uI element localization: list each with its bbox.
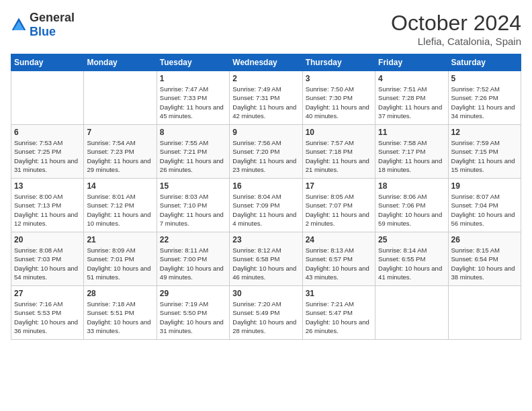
daylight-text: Daylight: 10 hours and 28 minutes.: [232, 318, 296, 334]
day-of-week-header: Tuesday: [157, 54, 229, 71]
day-info: Sunrise: 7:20 AM Sunset: 5:49 PM Dayligh…: [232, 300, 299, 335]
sunset-text: Sunset: 6:54 PM: [451, 255, 498, 263]
day-info: Sunrise: 7:51 AM Sunset: 7:28 PM Dayligh…: [378, 85, 445, 120]
day-number: 2: [232, 74, 299, 83]
sunrise-text: Sunrise: 7:56 AM: [232, 139, 281, 146]
day-info: Sunrise: 8:03 AM Sunset: 7:10 PM Dayligh…: [160, 192, 226, 228]
sunrise-text: Sunrise: 7:20 AM: [232, 300, 281, 308]
sunset-text: Sunset: 7:20 PM: [232, 148, 279, 155]
sunrise-text: Sunrise: 7:52 AM: [451, 85, 500, 93]
daylight-text: Daylight: 11 hours and 12 minutes.: [14, 211, 78, 227]
sunrise-text: Sunrise: 7:19 AM: [160, 300, 208, 308]
day-number: 25: [378, 235, 445, 244]
daylight-text: Daylight: 10 hours and 49 minutes.: [160, 265, 224, 281]
day-info: Sunrise: 8:07 AM Sunset: 7:04 PM Dayligh…: [451, 192, 518, 228]
sunrise-text: Sunrise: 7:50 AM: [306, 85, 354, 93]
daylight-text: Daylight: 10 hours and 46 minutes.: [232, 265, 296, 281]
logo: General Blue: [11, 11, 75, 39]
sunset-text: Sunset: 7:03 PM: [14, 255, 61, 263]
calendar-cell: 30 Sunrise: 7:20 AM Sunset: 5:49 PM Dayl…: [230, 286, 302, 340]
day-info: Sunrise: 7:18 AM Sunset: 5:51 PM Dayligh…: [87, 300, 153, 335]
day-number: 7: [87, 128, 153, 137]
day-number: 21: [87, 235, 153, 244]
daylight-text: Daylight: 10 hours and 59 minutes.: [378, 211, 442, 227]
calendar-table: SundayMondayTuesdayWednesdayThursdayFrid…: [11, 54, 521, 340]
day-info: Sunrise: 7:57 AM Sunset: 7:18 PM Dayligh…: [306, 138, 372, 174]
month-title: October 2024: [391, 11, 521, 36]
day-number: 1: [160, 74, 226, 83]
calendar-cell: 13 Sunrise: 8:00 AM Sunset: 7:13 PM Dayl…: [11, 179, 84, 232]
day-number: 31: [306, 289, 372, 298]
sunset-text: Sunset: 7:10 PM: [160, 201, 207, 209]
daylight-text: Daylight: 11 hours and 23 minutes.: [232, 157, 296, 173]
calendar-cell: 23 Sunrise: 8:12 AM Sunset: 6:58 PM Dayl…: [230, 232, 302, 286]
day-number: 5: [451, 74, 518, 83]
calendar-cell: 29 Sunrise: 7:19 AM Sunset: 5:50 PM Dayl…: [157, 286, 229, 340]
sunrise-text: Sunrise: 7:53 AM: [14, 139, 62, 146]
sunset-text: Sunset: 5:47 PM: [306, 309, 353, 316]
sunrise-text: Sunrise: 7:49 AM: [232, 85, 281, 93]
day-info: Sunrise: 7:53 AM Sunset: 7:25 PM Dayligh…: [14, 138, 81, 174]
daylight-text: Daylight: 11 hours and 26 minutes.: [160, 157, 224, 173]
day-info: Sunrise: 7:59 AM Sunset: 7:15 PM Dayligh…: [451, 138, 518, 174]
calendar-cell: 8 Sunrise: 7:55 AM Sunset: 7:21 PM Dayli…: [157, 125, 229, 179]
day-of-week-header: Sunday: [11, 54, 84, 71]
sunrise-text: Sunrise: 8:08 AM: [14, 246, 62, 254]
sunrise-text: Sunrise: 7:58 AM: [378, 139, 427, 146]
calendar-cell: 27 Sunrise: 7:16 AM Sunset: 5:53 PM Dayl…: [11, 286, 84, 340]
day-info: Sunrise: 7:55 AM Sunset: 7:21 PM Dayligh…: [160, 138, 226, 174]
day-number: 11: [378, 128, 445, 137]
day-info: Sunrise: 7:50 AM Sunset: 7:30 PM Dayligh…: [306, 85, 372, 120]
sunrise-text: Sunrise: 8:00 AM: [14, 193, 62, 200]
calendar-cell: 7 Sunrise: 7:54 AM Sunset: 7:23 PM Dayli…: [84, 125, 157, 179]
daylight-text: Daylight: 11 hours and 34 minutes.: [451, 103, 515, 120]
day-number: 19: [451, 181, 518, 191]
sunset-text: Sunset: 5:51 PM: [87, 309, 134, 316]
sunset-text: Sunset: 5:53 PM: [14, 309, 61, 316]
daylight-text: Daylight: 10 hours and 56 minutes.: [451, 211, 515, 227]
sunset-text: Sunset: 7:04 PM: [451, 201, 498, 209]
sunrise-text: Sunrise: 8:11 AM: [160, 246, 208, 254]
day-info: Sunrise: 7:47 AM Sunset: 7:33 PM Dayligh…: [160, 85, 226, 120]
daylight-text: Daylight: 11 hours and 15 minutes.: [451, 157, 515, 173]
sunset-text: Sunset: 7:07 PM: [306, 201, 353, 209]
calendar-cell: 4 Sunrise: 7:51 AM Sunset: 7:28 PM Dayli…: [375, 71, 448, 125]
daylight-text: Daylight: 10 hours and 36 minutes.: [14, 318, 78, 334]
daylight-text: Daylight: 10 hours and 43 minutes.: [306, 265, 369, 281]
day-number: 26: [451, 235, 518, 244]
sunrise-text: Sunrise: 7:21 AM: [306, 300, 354, 308]
sunrise-text: Sunrise: 7:55 AM: [160, 139, 208, 146]
daylight-text: Daylight: 11 hours and 31 minutes.: [14, 157, 78, 173]
sunrise-text: Sunrise: 8:03 AM: [160, 193, 208, 200]
day-info: Sunrise: 7:58 AM Sunset: 7:17 PM Dayligh…: [378, 138, 445, 174]
calendar-cell: 31 Sunrise: 7:21 AM Sunset: 5:47 PM Dayl…: [302, 286, 375, 340]
day-number: 10: [306, 128, 372, 137]
page-header: General Blue October 2024 Llefia, Catalo…: [11, 11, 521, 47]
day-info: Sunrise: 7:54 AM Sunset: 7:23 PM Dayligh…: [87, 138, 153, 174]
sunset-text: Sunset: 7:06 PM: [378, 201, 425, 209]
day-number: 6: [14, 128, 81, 137]
daylight-text: Daylight: 11 hours and 18 minutes.: [378, 157, 442, 173]
calendar-cell: 28 Sunrise: 7:18 AM Sunset: 5:51 PM Dayl…: [84, 286, 157, 340]
sunset-text: Sunset: 7:33 PM: [160, 94, 207, 101]
day-number: 13: [14, 181, 81, 191]
sunset-text: Sunset: 7:25 PM: [14, 148, 61, 155]
location: Llefia, Catalonia, Spain: [391, 36, 521, 47]
day-number: 29: [160, 289, 226, 298]
calendar-cell: 5 Sunrise: 7:52 AM Sunset: 7:26 PM Dayli…: [448, 71, 521, 125]
daylight-text: Daylight: 11 hours and 45 minutes.: [160, 103, 224, 120]
sunrise-text: Sunrise: 7:47 AM: [160, 85, 208, 93]
sunrise-text: Sunrise: 7:59 AM: [451, 139, 500, 146]
calendar-cell: 26 Sunrise: 8:15 AM Sunset: 6:54 PM Dayl…: [448, 232, 521, 286]
day-info: Sunrise: 8:11 AM Sunset: 7:00 PM Dayligh…: [160, 246, 226, 281]
calendar-week-row: 20 Sunrise: 8:08 AM Sunset: 7:03 PM Dayl…: [11, 232, 521, 286]
daylight-text: Daylight: 11 hours and 2 minutes.: [306, 211, 369, 227]
day-info: Sunrise: 8:05 AM Sunset: 7:07 PM Dayligh…: [306, 192, 372, 228]
daylight-text: Daylight: 11 hours and 40 minutes.: [306, 103, 369, 120]
sunset-text: Sunset: 7:31 PM: [232, 94, 279, 101]
day-number: 8: [160, 128, 226, 137]
sunset-text: Sunset: 6:57 PM: [306, 255, 353, 263]
calendar-cell: 17 Sunrise: 8:05 AM Sunset: 7:07 PM Dayl…: [302, 179, 375, 232]
day-info: Sunrise: 8:06 AM Sunset: 7:06 PM Dayligh…: [378, 192, 445, 228]
day-of-week-header: Monday: [84, 54, 157, 71]
